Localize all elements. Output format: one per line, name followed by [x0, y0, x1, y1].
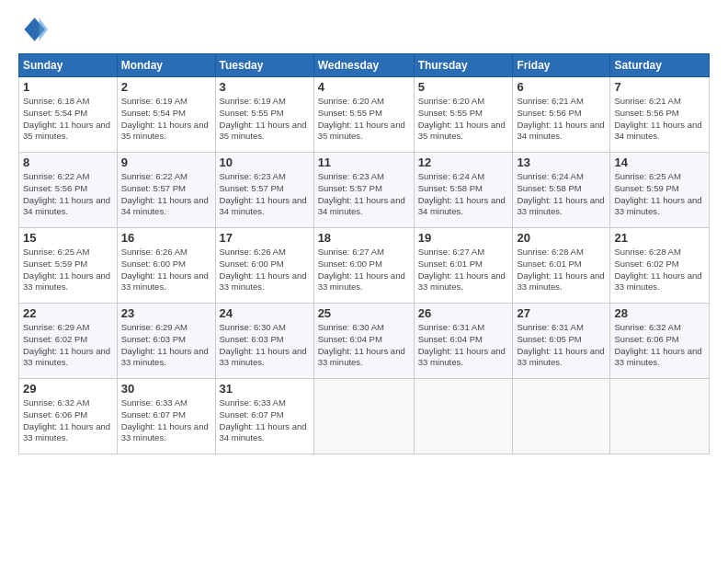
day-info: Sunrise: 6:20 AM Sunset: 5:55 PM Dayligh…: [318, 96, 410, 143]
day-info: Sunrise: 6:33 AM Sunset: 6:07 PM Dayligh…: [220, 397, 310, 444]
day-number: 30: [121, 382, 211, 396]
day-info: Sunrise: 6:18 AM Sunset: 5:54 PM Dayligh…: [23, 96, 113, 143]
day-header-friday: Friday: [513, 54, 610, 77]
logo-icon: [18, 15, 48, 44]
calendar-cell: [414, 379, 513, 454]
header: [18, 15, 710, 44]
day-info: Sunrise: 6:19 AM Sunset: 5:54 PM Dayligh…: [121, 96, 211, 143]
calendar-cell: [313, 379, 414, 454]
calendar-cell: 8 Sunrise: 6:22 AM Sunset: 5:56 PM Dayli…: [19, 153, 118, 228]
calendar-cell: 5 Sunrise: 6:20 AM Sunset: 5:55 PM Dayli…: [414, 77, 513, 153]
day-number: 15: [23, 231, 113, 245]
day-info: Sunrise: 6:25 AM Sunset: 5:59 PM Dayligh…: [23, 247, 113, 293]
day-number: 6: [517, 80, 606, 94]
calendar-cell: 28 Sunrise: 6:32 AM Sunset: 6:06 PM Dayl…: [610, 304, 710, 379]
calendar-cell: 4 Sunrise: 6:20 AM Sunset: 5:55 PM Dayli…: [313, 77, 414, 153]
day-info: Sunrise: 6:27 AM Sunset: 6:00 PM Dayligh…: [318, 247, 410, 293]
calendar-cell: 17 Sunrise: 6:26 AM Sunset: 6:00 PM Dayl…: [215, 228, 313, 304]
calendar-cell: 6 Sunrise: 6:21 AM Sunset: 5:56 PM Dayli…: [513, 77, 610, 153]
day-number: 3: [220, 80, 310, 94]
day-info: Sunrise: 6:30 AM Sunset: 6:04 PM Dayligh…: [318, 322, 410, 369]
day-number: 27: [517, 306, 606, 320]
day-number: 28: [614, 306, 705, 320]
day-info: Sunrise: 6:22 AM Sunset: 5:57 PM Dayligh…: [121, 171, 211, 218]
day-info: Sunrise: 6:28 AM Sunset: 6:02 PM Dayligh…: [614, 247, 705, 293]
calendar-cell: 23 Sunrise: 6:29 AM Sunset: 6:03 PM Dayl…: [117, 304, 215, 379]
day-header-tuesday: Tuesday: [215, 54, 313, 77]
day-number: 16: [121, 231, 211, 245]
calendar-cell: 2 Sunrise: 6:19 AM Sunset: 5:54 PM Dayli…: [117, 77, 215, 153]
calendar-cell: 24 Sunrise: 6:30 AM Sunset: 6:03 PM Dayl…: [215, 304, 313, 379]
day-number: 23: [121, 306, 211, 320]
calendar-cell: 3 Sunrise: 6:19 AM Sunset: 5:55 PM Dayli…: [215, 77, 313, 153]
day-number: 11: [318, 155, 410, 169]
calendar-cell: 22 Sunrise: 6:29 AM Sunset: 6:02 PM Dayl…: [19, 304, 118, 379]
day-number: 25: [318, 306, 410, 320]
day-header-sunday: Sunday: [19, 54, 118, 77]
day-info: Sunrise: 6:29 AM Sunset: 6:02 PM Dayligh…: [23, 322, 113, 369]
day-info: Sunrise: 6:25 AM Sunset: 5:59 PM Dayligh…: [614, 171, 705, 218]
day-info: Sunrise: 6:32 AM Sunset: 6:06 PM Dayligh…: [614, 322, 705, 369]
calendar-week-row: 1 Sunrise: 6:18 AM Sunset: 5:54 PM Dayli…: [19, 77, 710, 153]
logo: [18, 15, 51, 44]
day-number: 8: [23, 155, 113, 169]
day-header-thursday: Thursday: [414, 54, 513, 77]
day-header-wednesday: Wednesday: [313, 54, 414, 77]
day-info: Sunrise: 6:26 AM Sunset: 6:00 PM Dayligh…: [121, 247, 211, 293]
day-info: Sunrise: 6:29 AM Sunset: 6:03 PM Dayligh…: [121, 322, 211, 369]
day-info: Sunrise: 6:33 AM Sunset: 6:07 PM Dayligh…: [121, 397, 211, 444]
day-number: 7: [614, 80, 705, 94]
day-number: 13: [517, 155, 606, 169]
day-number: 12: [418, 155, 509, 169]
day-info: Sunrise: 6:21 AM Sunset: 5:56 PM Dayligh…: [517, 96, 606, 143]
calendar-cell: 30 Sunrise: 6:33 AM Sunset: 6:07 PM Dayl…: [117, 379, 215, 454]
day-number: 14: [614, 155, 705, 169]
calendar-cell: 31 Sunrise: 6:33 AM Sunset: 6:07 PM Dayl…: [215, 379, 313, 454]
day-info: Sunrise: 6:28 AM Sunset: 6:01 PM Dayligh…: [517, 247, 606, 293]
calendar-cell: 29 Sunrise: 6:32 AM Sunset: 6:06 PM Dayl…: [19, 379, 118, 454]
day-number: 29: [23, 382, 113, 396]
day-info: Sunrise: 6:24 AM Sunset: 5:58 PM Dayligh…: [418, 171, 509, 218]
day-number: 2: [121, 80, 211, 94]
calendar-week-row: 22 Sunrise: 6:29 AM Sunset: 6:02 PM Dayl…: [19, 304, 710, 379]
calendar-cell: 13 Sunrise: 6:24 AM Sunset: 5:58 PM Dayl…: [513, 153, 610, 228]
calendar-cell: 15 Sunrise: 6:25 AM Sunset: 5:59 PM Dayl…: [19, 228, 118, 304]
day-info: Sunrise: 6:23 AM Sunset: 5:57 PM Dayligh…: [220, 171, 310, 218]
day-number: 18: [318, 231, 410, 245]
calendar-cell: 9 Sunrise: 6:22 AM Sunset: 5:57 PM Dayli…: [117, 153, 215, 228]
day-info: Sunrise: 6:31 AM Sunset: 6:04 PM Dayligh…: [418, 322, 509, 369]
day-info: Sunrise: 6:24 AM Sunset: 5:58 PM Dayligh…: [517, 171, 606, 218]
calendar-cell: 14 Sunrise: 6:25 AM Sunset: 5:59 PM Dayl…: [610, 153, 710, 228]
day-number: 19: [418, 231, 509, 245]
day-number: 20: [517, 231, 606, 245]
calendar-week-row: 29 Sunrise: 6:32 AM Sunset: 6:06 PM Dayl…: [19, 379, 710, 454]
day-info: Sunrise: 6:31 AM Sunset: 6:05 PM Dayligh…: [517, 322, 606, 369]
calendar-week-row: 15 Sunrise: 6:25 AM Sunset: 5:59 PM Dayl…: [19, 228, 710, 304]
svg-marker-1: [39, 17, 48, 41]
day-number: 21: [614, 231, 705, 245]
day-number: 10: [220, 155, 310, 169]
calendar-cell: [513, 379, 610, 454]
calendar-page: SundayMondayTuesdayWednesdayThursdayFrid…: [0, 0, 728, 563]
calendar-cell: 21 Sunrise: 6:28 AM Sunset: 6:02 PM Dayl…: [610, 228, 710, 304]
calendar-cell: 19 Sunrise: 6:27 AM Sunset: 6:01 PM Dayl…: [414, 228, 513, 304]
calendar-cell: 16 Sunrise: 6:26 AM Sunset: 6:00 PM Dayl…: [117, 228, 215, 304]
day-number: 26: [418, 306, 509, 320]
calendar-table: SundayMondayTuesdayWednesdayThursdayFrid…: [18, 53, 710, 454]
day-info: Sunrise: 6:23 AM Sunset: 5:57 PM Dayligh…: [318, 171, 410, 218]
calendar-body: 1 Sunrise: 6:18 AM Sunset: 5:54 PM Dayli…: [19, 77, 710, 454]
calendar-cell: 20 Sunrise: 6:28 AM Sunset: 6:01 PM Dayl…: [513, 228, 610, 304]
day-number: 9: [121, 155, 211, 169]
day-header-saturday: Saturday: [610, 54, 710, 77]
day-number: 5: [418, 80, 509, 94]
calendar-cell: 25 Sunrise: 6:30 AM Sunset: 6:04 PM Dayl…: [313, 304, 414, 379]
day-number: 17: [220, 231, 310, 245]
day-info: Sunrise: 6:19 AM Sunset: 5:55 PM Dayligh…: [220, 96, 310, 143]
day-info: Sunrise: 6:21 AM Sunset: 5:56 PM Dayligh…: [614, 96, 705, 143]
day-info: Sunrise: 6:32 AM Sunset: 6:06 PM Dayligh…: [23, 397, 113, 444]
calendar-cell: [610, 379, 710, 454]
calendar-cell: 10 Sunrise: 6:23 AM Sunset: 5:57 PM Dayl…: [215, 153, 313, 228]
calendar-cell: 27 Sunrise: 6:31 AM Sunset: 6:05 PM Dayl…: [513, 304, 610, 379]
day-info: Sunrise: 6:30 AM Sunset: 6:03 PM Dayligh…: [220, 322, 310, 369]
calendar-cell: 26 Sunrise: 6:31 AM Sunset: 6:04 PM Dayl…: [414, 304, 513, 379]
